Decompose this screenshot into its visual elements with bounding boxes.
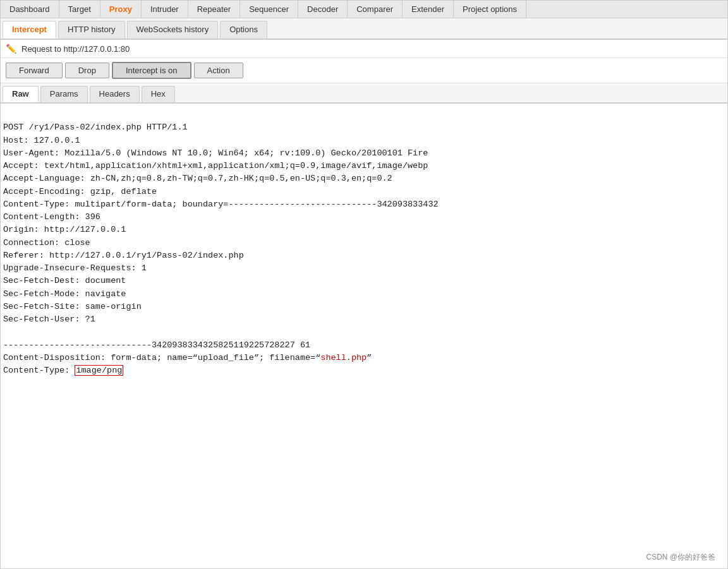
line-post: POST /ry1/Pass-02/index.php HTTP/1.1 Hos… [3, 123, 439, 376]
nav-decoder[interactable]: Decoder [298, 1, 348, 18]
request-url: Request to http://127.0.0.1:80 [21, 44, 130, 54]
request-header-bar: ✏️ Request to http://127.0.0.1:80 [1, 40, 727, 58]
nav-sequencer[interactable]: Sequencer [240, 1, 298, 18]
tab-params[interactable]: Params [40, 86, 88, 102]
nav-project-options[interactable]: Project options [454, 1, 526, 18]
watermark: CSDN @你的好爸爸 [646, 552, 715, 563]
nav-comparer[interactable]: Comparer [348, 1, 403, 18]
filename-red: shell.php [320, 353, 367, 362]
nav-extender[interactable]: Extender [403, 1, 454, 18]
content-tab-bar: Raw Params Headers Hex [1, 83, 727, 104]
tab-hex[interactable]: Hex [142, 86, 175, 102]
action-button[interactable]: Action [194, 63, 243, 78]
nav-proxy[interactable]: Proxy [100, 1, 142, 18]
tab-headers[interactable]: Headers [90, 86, 140, 102]
pencil-icon: ✏️ [6, 44, 16, 54]
tab-raw[interactable]: Raw [3, 86, 39, 102]
tab-websockets-history[interactable]: WebSockets history [127, 21, 219, 39]
content-type-boxed: image/png [75, 365, 123, 376]
drop-button[interactable]: Drop [65, 63, 109, 78]
sub-tab-bar: Intercept HTTP history WebSockets histor… [1, 18, 727, 40]
forward-button[interactable]: Forward [6, 63, 63, 78]
tab-http-history[interactable]: HTTP history [58, 21, 125, 39]
tab-intercept[interactable]: Intercept [3, 21, 56, 39]
main-container: Dashboard Target Proxy Intruder Repeater… [0, 0, 728, 569]
nav-target[interactable]: Target [59, 1, 100, 18]
intercept-button[interactable]: Intercept is on [112, 62, 191, 79]
nav-dashboard[interactable]: Dashboard [1, 1, 59, 18]
request-body[interactable]: POST /ry1/Pass-02/index.php HTTP/1.1 Hos… [1, 104, 727, 568]
nav-intruder[interactable]: Intruder [142, 1, 188, 18]
top-nav: Dashboard Target Proxy Intruder Repeater… [1, 1, 727, 18]
tab-options[interactable]: Options [220, 21, 267, 39]
nav-repeater[interactable]: Repeater [188, 1, 240, 18]
action-bar: Forward Drop Intercept is on Action [1, 58, 727, 83]
